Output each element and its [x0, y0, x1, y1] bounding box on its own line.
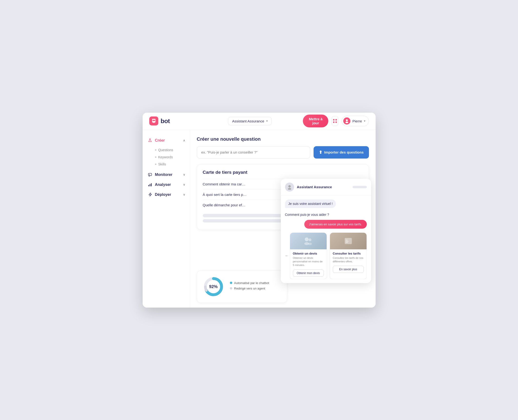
donut-percentage: 92% [209, 284, 218, 289]
main-content: Créer une nouvelle question ⬆ Importer d… [190, 130, 375, 308]
sidebar-item-deployer[interactable]: Déployer ∨ [143, 190, 190, 200]
chat-cards-row: ← [285, 232, 367, 279]
chat-card-devis[interactable]: Obtenir un devis Obtenez un devis person… [290, 232, 327, 279]
legend-dot-agent [230, 287, 232, 290]
svg-point-15 [308, 238, 311, 241]
creer-chevron-icon: ∧ [183, 139, 185, 142]
svg-rect-21 [346, 242, 348, 243]
update-button[interactable]: Mettre à jour [303, 115, 328, 128]
question-card-title: Carte de tiers payant [203, 170, 363, 175]
import-button-label: Importer des questions [324, 150, 364, 154]
svg-rect-5 [149, 139, 151, 139]
user-chevron-icon: ▾ [364, 119, 365, 123]
assistant-selector-label: Assistant Assurance [232, 119, 264, 123]
user-message-bubble: J'aimerais en savoir plus sur vos tarifs… [285, 220, 367, 229]
chatbot-avatar-icon [285, 183, 294, 192]
upload-icon: ⬆ [319, 150, 322, 155]
user-message-button[interactable]: J'aimerais en savoir plus sur vos tarifs… [304, 220, 367, 229]
card-title-devis: Obtenir un devis [293, 252, 324, 255]
body-area: Créer ∧ Questions Keywords Skills [143, 130, 375, 308]
left-arrow-icon[interactable]: ← [285, 254, 289, 258]
svg-point-13 [288, 188, 291, 190]
sidebar-item-analyser[interactable]: Analyser ∨ [143, 180, 190, 190]
new-question-input[interactable] [197, 146, 310, 158]
sidebar-creer-label: Créer [155, 138, 165, 142]
legend-label-automated: Automatisé par le chatbot [234, 281, 269, 285]
svg-point-14 [305, 237, 308, 241]
card-button-devis[interactable]: Obtenir mon devis [293, 270, 324, 277]
header: bot Assistant Assurance ▾ Mettre à jour [143, 113, 375, 130]
create-question-row: ⬆ Importer des questions [197, 146, 369, 158]
legend-row-automated: Automatisé par le chatbot [230, 281, 281, 285]
svg-rect-9 [148, 185, 149, 186]
svg-rect-6 [148, 173, 152, 176]
question-card: Carte de tiers payant Comment obtenir ma… [197, 164, 369, 230]
card-body-tarifs: Consulter les tarifs Consultez les tarif… [330, 249, 367, 276]
app-title: bot [161, 117, 170, 125]
sidebar-item-questions[interactable]: Questions [155, 146, 190, 154]
sidebar-item-keywords[interactable]: Keywords [155, 154, 190, 161]
grid-apps-button[interactable] [332, 116, 338, 126]
card-desc-devis: Obtenez un devis personnalisé en moins d… [293, 256, 324, 267]
questions-label: Questions [158, 148, 173, 152]
svg-point-4 [345, 122, 348, 123]
user-name: Pierre [352, 119, 362, 123]
sidebar-sub-creer: Questions Keywords Skills [143, 145, 190, 170]
svg-point-3 [346, 119, 348, 121]
flask-icon [147, 138, 153, 142]
question-text: Comment obtenir ma car… [203, 182, 246, 186]
question-text: Quelle démarche pour ef… [203, 203, 246, 207]
monitorer-chevron-icon: ∨ [183, 173, 185, 176]
app-window: bot Assistant Assurance ▾ Mettre à jour [143, 113, 375, 308]
bar-chart-icon [147, 183, 153, 187]
chevron-down-icon: ▾ [266, 119, 268, 123]
chat-cards-container: Obtenir un devis Obtenez un devis person… [290, 232, 367, 279]
chat-icon [147, 172, 153, 177]
chatbot-header: Assistant Assurance [281, 179, 371, 196]
sidebar-item-creer[interactable]: Créer ∧ [143, 135, 190, 145]
card-title-tarifs: Consulter les tarifs [333, 252, 364, 255]
chatbot-body: Je suis votre assistant virtuel ! Commen… [281, 196, 371, 283]
analyser-label: Analyser [155, 183, 171, 187]
stats-card: 92% Automatisé par le chatbot Redirigé v… [197, 270, 287, 303]
svg-rect-19 [346, 240, 348, 240]
deployer-label: Déployer [155, 193, 171, 197]
legend-dot-automated [230, 282, 232, 284]
page-title: Créer une nouvelle question [197, 136, 369, 142]
sidebar: Créer ∧ Questions Keywords Skills [143, 130, 190, 308]
bolt-icon [147, 193, 153, 197]
sidebar-item-skills[interactable]: Skills [155, 161, 190, 168]
sidebar-item-monitorer[interactable]: Monitorer ∨ [143, 170, 190, 180]
card-body-devis: Obtenir un devis Obtenez un devis person… [290, 249, 327, 279]
skeleton-bar [353, 186, 367, 188]
legend-row-agent: Redirigé vers un agent [230, 287, 281, 290]
import-questions-button[interactable]: ⬆ Importer des questions [314, 146, 369, 158]
chatbot-widget: Assistant Assurance Je suis votre assist… [281, 179, 371, 283]
svg-point-17 [308, 243, 312, 245]
logo-area: bot [149, 116, 197, 126]
skills-label: Skills [158, 162, 166, 166]
svg-rect-2 [154, 120, 155, 121]
chat-bubble-greeting: Je suis votre assistant virtuel ! [285, 199, 336, 208]
keywords-label: Keywords [158, 155, 173, 159]
chat-card-tarifs[interactable]: Consulter les tarifs Consultez les tarif… [330, 232, 367, 279]
card-button-tarifs[interactable]: En savoir plus [333, 266, 364, 273]
deployer-chevron-icon: ∨ [183, 193, 185, 196]
svg-rect-10 [150, 184, 150, 186]
svg-rect-1 [153, 120, 154, 121]
card-desc-tarifs: Consultez les tarifs de nos différentes … [333, 256, 364, 264]
grid-icon [333, 119, 337, 123]
bullet-icon [155, 149, 157, 151]
chatbot-name: Assistant Assurance [297, 185, 332, 189]
user-menu-button[interactable]: Pierre ▾ [342, 116, 369, 126]
svg-point-12 [288, 185, 291, 188]
svg-rect-11 [151, 183, 152, 186]
question-text: À quoi sert la carte tiers p… [203, 193, 247, 196]
bullet-icon [155, 156, 157, 158]
card-image-devis [290, 233, 327, 249]
user-avatar [343, 117, 350, 125]
card-image-tarifs [330, 233, 367, 249]
logo-icon [149, 116, 158, 126]
header-right: Mettre à jour Pierre ▾ [303, 115, 369, 128]
assistant-selector[interactable]: Assistant Assurance ▾ [228, 117, 271, 125]
